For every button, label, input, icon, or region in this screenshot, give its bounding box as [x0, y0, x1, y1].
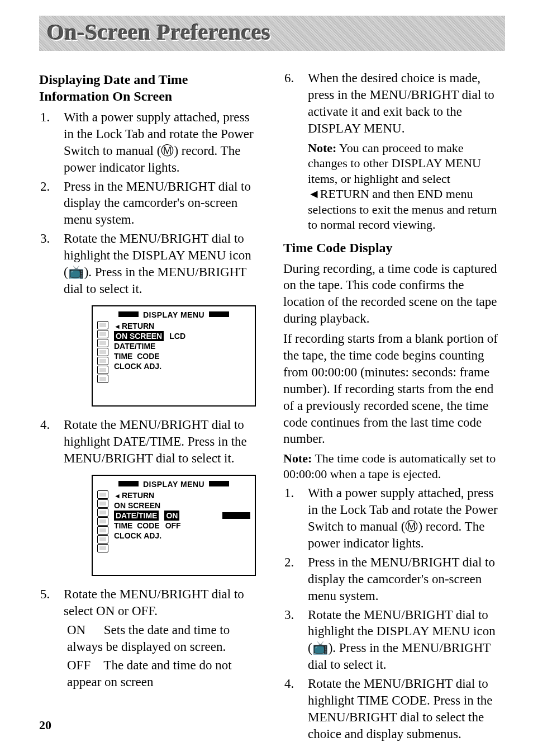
osd-icon-strip	[97, 321, 111, 383]
list-item: With a power supply attached, press in t…	[39, 109, 261, 176]
list-item: Rotate the MENU/BRIGHT dial to select ON…	[39, 586, 261, 620]
option-key: OFF	[67, 657, 101, 674]
osd-title: DISPLAY MENU	[97, 479, 250, 489]
osd-menu-row: RETURN	[113, 490, 250, 500]
osd-side-icon	[97, 499, 108, 508]
osd-row-value: ON	[164, 511, 179, 521]
note-block: Note: The time code is automatically set…	[283, 451, 505, 481]
osd-side-icon	[97, 517, 108, 526]
body-paragraph: If recording starts from a blank portion…	[283, 330, 505, 447]
datetime-steps-list: With a power supply attached, press in t…	[39, 109, 261, 620]
osd-menu-row: ON SCREENLCD	[113, 331, 250, 341]
step-text: When the desired choice is made, press i…	[308, 70, 505, 137]
continued-steps-list: When the desired choice is made, press i…	[283, 70, 505, 236]
osd-row-label: DATE/TIME	[114, 511, 159, 521]
list-item: Rotate the MENU/BRIGHT dial to highlight…	[39, 417, 261, 584]
display-menu-figure-1: DISPLAY MENU RETURNON SCREENLCDDATE/TIME…	[92, 305, 261, 407]
note-label: Note:	[283, 451, 312, 465]
osd-row-label: ON SCREEN	[114, 331, 164, 341]
step-text: Press in the MENU/BRIGHT dial to display…	[308, 554, 505, 604]
step-text: Rotate the MENU/BRIGHT dial to select ON…	[64, 586, 261, 620]
osd-side-icon	[97, 330, 108, 338]
osd-icon-strip	[97, 490, 111, 552]
osd-row-value: OFF	[165, 521, 181, 531]
option-on: ON Sets the date and time to always be d…	[67, 622, 261, 655]
osd-row-label: TIME CODE	[114, 521, 160, 531]
step-text: Rotate the MENU/BRIGHT dial to highlight…	[64, 230, 261, 297]
list-item: Press in the MENU/BRIGHT dial to display…	[39, 178, 261, 229]
osd-menu-row: RETURN	[113, 321, 250, 331]
page-number: 20	[39, 718, 51, 733]
osd-row-label: DATE/TIME	[114, 341, 155, 351]
osd-row-label: CLOCK ADJ.	[114, 361, 161, 371]
list-item: Press in the MENU/BRIGHT dial to display…	[283, 554, 505, 604]
left-column: Displaying Date and Time Information On …	[39, 68, 261, 745]
osd-side-icon	[97, 375, 108, 383]
osd-title: DISPLAY MENU	[97, 310, 250, 320]
osd-menu-row: TIME CODEOFF	[113, 521, 250, 531]
osd-row-label: TIME CODE	[114, 351, 160, 361]
osd-side-icon	[97, 508, 108, 517]
osd-side-icon	[97, 535, 108, 544]
osd-side-icon	[97, 321, 108, 329]
osd-menu-row: DATE/TIMEON	[113, 511, 250, 521]
list-item: Rotate the MENU/BRIGHT dial to highlight…	[283, 607, 505, 674]
section-heading-datetime: Displaying Date and Time Information On …	[39, 71, 261, 105]
note-text: The time code is automatically set to 00…	[283, 451, 496, 481]
step-text: Rotate the MENU/BRIGHT dial to highlight…	[308, 607, 505, 674]
osd-menu-row: DATE/TIME	[113, 341, 250, 351]
note-text: You can proceed to make changes to other…	[308, 141, 497, 232]
osd-side-icon	[97, 526, 108, 535]
body-paragraph: During recording, a time code is capture…	[283, 261, 505, 328]
osd-row-label: RETURN	[114, 321, 154, 332]
step-text: With a power supply attached, press in t…	[64, 109, 261, 176]
step-text: With a power supply attached, press in t…	[308, 485, 505, 552]
list-item: With a power supply attached, press in t…	[283, 485, 505, 552]
step-text: Rotate the MENU/BRIGHT dial to highlight…	[64, 417, 261, 467]
note-block: Note: You can proceed to make changes to…	[308, 140, 505, 233]
display-menu-figure-2: DISPLAY MENU RETURNON SCREENDATE/TIMEONT…	[92, 475, 261, 576]
list-item: Rotate the MENU/BRIGHT dial to highlight…	[283, 675, 505, 743]
osd-row-label: ON SCREEN	[114, 500, 160, 511]
osd-menu-row: CLOCK ADJ.	[113, 361, 250, 371]
osd-menu-row: ON SCREEN	[113, 500, 250, 511]
timecode-steps-list: With a power supply attached, press in t…	[283, 485, 505, 742]
osd-menu-row: CLOCK ADJ.	[113, 531, 250, 541]
osd-menu-row: TIME CODE	[113, 351, 250, 361]
right-column: When the desired choice is made, press i…	[283, 68, 505, 745]
osd-side-icon	[97, 339, 108, 347]
osd-row-label: CLOCK ADJ.	[114, 531, 161, 541]
osd-side-icon	[97, 366, 108, 374]
osd-side-icon	[97, 357, 108, 365]
section-heading-timecode: Time Code Display	[283, 239, 505, 256]
osd-selection-bar	[222, 512, 250, 519]
osd-side-icon	[97, 544, 108, 552]
page-banner: On-Screen Preferences	[39, 16, 505, 51]
list-item: When the desired choice is made, press i…	[283, 70, 505, 236]
note-label: Note:	[308, 141, 336, 155]
option-off: OFF The date and time do not appear on s…	[67, 657, 261, 691]
page-title: On-Screen Preferences	[47, 19, 497, 45]
osd-row-value: LCD	[169, 331, 185, 341]
list-item: Rotate the MENU/BRIGHT dial to highlight…	[39, 230, 261, 414]
option-key: ON	[67, 622, 101, 639]
step-text: Rotate the MENU/BRIGHT dial to highlight…	[308, 675, 505, 743]
osd-side-icon	[97, 490, 108, 499]
osd-side-icon	[97, 348, 108, 356]
osd-row-label: RETURN	[114, 490, 154, 501]
step-text: Press in the MENU/BRIGHT dial to display…	[64, 178, 261, 229]
